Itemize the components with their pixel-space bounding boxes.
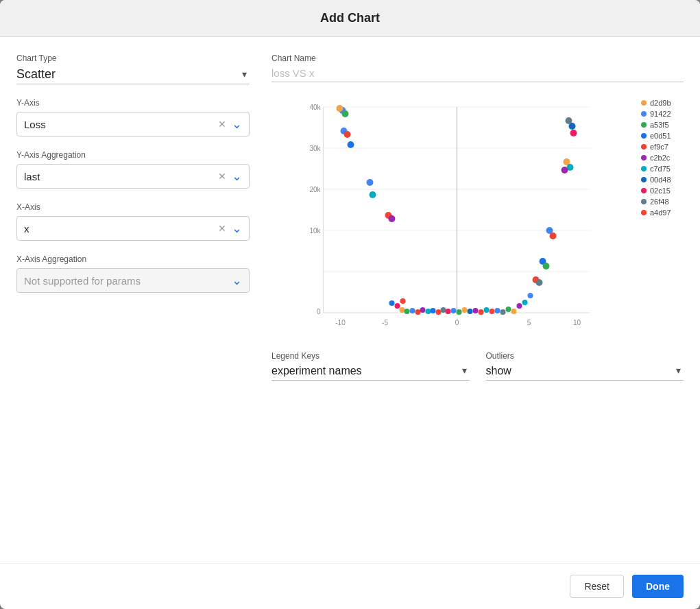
svg-point-19 [342, 110, 349, 117]
add-chart-dialog: Add Chart Chart Type Scatter Line Bar ▾ [0, 0, 700, 609]
svg-point-61 [511, 309, 517, 314]
y-axis-agg-clear-icon[interactable]: ✕ [218, 171, 226, 182]
chart-plot: 40k 30k 20k 10k 0 -10 -5 0 5 10 [271, 93, 636, 340]
svg-text:5: 5 [527, 319, 531, 326]
svg-point-20 [337, 105, 343, 112]
svg-point-47 [436, 309, 442, 315]
done-button[interactable]: Done [632, 575, 684, 598]
svg-point-35 [550, 232, 557, 239]
legend-dot [641, 188, 647, 193]
svg-point-43 [415, 309, 421, 315]
legend-dot [641, 166, 647, 171]
legend-label: d2d9b [650, 99, 671, 107]
svg-point-59 [500, 309, 506, 315]
chart-type-label: Chart Type [16, 53, 250, 63]
legend-item: c7d75 [641, 165, 684, 173]
svg-text:-5: -5 [382, 319, 388, 326]
legend-item: 91422 [641, 110, 684, 118]
svg-point-40 [400, 307, 405, 313]
reset-button[interactable]: Reset [570, 575, 624, 598]
svg-point-66 [522, 300, 528, 305]
legend-keys-select[interactable]: experiment names run names [271, 365, 470, 377]
svg-point-29 [569, 123, 576, 130]
dialog-title: Add Chart [320, 11, 380, 25]
legend-dot [641, 210, 647, 215]
legend-keys-group: Legend Keys experiment names run names ▾ [271, 351, 470, 381]
chart-name-input[interactable] [271, 67, 684, 82]
x-axis-chevron-icon[interactable]: ⌄ [232, 221, 242, 236]
svg-point-53 [468, 309, 473, 314]
x-axis-agg-chevron-icon[interactable]: ⌄ [232, 273, 242, 288]
dialog-body: Chart Type Scatter Line Bar ▾ Y-Axis Los… [0, 37, 700, 563]
legend-item: 00d48 [641, 176, 684, 184]
outliers-label: Outliers [486, 351, 684, 361]
svg-point-49 [446, 309, 451, 314]
legend-label: 91422 [650, 110, 671, 118]
x-axis-clear-icon[interactable]: ✕ [218, 223, 226, 234]
svg-text:10k: 10k [309, 227, 321, 235]
y-axis-clear-icon[interactable]: ✕ [218, 119, 226, 130]
svg-text:40k: 40k [309, 104, 321, 111]
svg-point-25 [370, 191, 376, 198]
svg-point-65 [517, 303, 522, 309]
x-axis-group: X-Axis x ✕ ⌄ [16, 202, 250, 241]
y-axis-agg-field: last ✕ ⌄ [16, 164, 250, 189]
outliers-select-wrapper: show hide ▾ [486, 365, 684, 381]
svg-point-23 [348, 141, 354, 148]
svg-text:0: 0 [455, 319, 459, 326]
svg-point-22 [344, 131, 351, 138]
chart-name-label: Chart Name [271, 53, 684, 63]
legend-dot [641, 144, 647, 150]
chart-type-group: Chart Type Scatter Line Bar ▾ [16, 53, 250, 84]
y-axis-value: Loss [24, 119, 218, 130]
svg-point-50 [451, 308, 457, 313]
svg-point-57 [490, 309, 495, 314]
y-axis-chevron-icon[interactable]: ⌄ [232, 117, 242, 132]
svg-point-41 [405, 309, 410, 314]
bottom-controls: Legend Keys experiment names run names ▾… [271, 351, 684, 381]
x-axis-label: X-Axis [16, 202, 250, 212]
svg-point-51 [457, 309, 462, 315]
y-axis-agg-label: Y-Axis Aggregation [16, 150, 250, 160]
legend-label: 00d48 [650, 176, 671, 184]
legend-item: 02c15 [641, 187, 684, 195]
y-axis-agg-group: Y-Axis Aggregation last ✕ ⌄ [16, 150, 250, 189]
y-axis-group: Y-Axis Loss ✕ ⌄ [16, 98, 250, 136]
legend-item: e0d51 [641, 132, 684, 140]
svg-point-45 [426, 309, 431, 314]
outliers-group: Outliers show hide ▾ [486, 351, 684, 381]
svg-point-58 [495, 308, 500, 313]
scatter-chart: 40k 30k 20k 10k 0 -10 -5 0 5 10 [271, 93, 636, 340]
legend-item: d2d9b [641, 99, 684, 107]
chart-legend: d2d9b 91422 a53f5 e0d51 ef9c7 c2b2c c7d7… [636, 93, 684, 340]
outliers-select[interactable]: show hide [486, 365, 684, 377]
chart-name-group: Chart Name [271, 53, 684, 82]
legend-dot [641, 133, 647, 139]
svg-point-39 [536, 279, 543, 286]
legend-label: ef9c7 [650, 143, 668, 151]
y-axis-agg-chevron-icon[interactable]: ⌄ [232, 169, 242, 184]
x-axis-agg-field: Not supported for params ⌄ [16, 268, 250, 293]
x-axis-field: x ✕ ⌄ [16, 216, 250, 241]
chart-area: 40k 30k 20k 10k 0 -10 -5 0 5 10 [271, 93, 684, 340]
legend-dot [641, 100, 647, 106]
legend-label: c2b2c [650, 154, 670, 162]
svg-point-55 [479, 309, 484, 315]
svg-point-24 [367, 179, 374, 186]
legend-dot [641, 122, 647, 128]
svg-point-64 [400, 298, 406, 304]
legend-item: a4d97 [641, 208, 684, 217]
svg-point-33 [562, 167, 568, 174]
chart-type-select[interactable]: Scatter Line Bar [16, 67, 250, 81]
legend-dot [641, 111, 647, 117]
svg-text:10: 10 [573, 319, 581, 326]
legend-label: e0d51 [650, 132, 671, 140]
svg-text:30k: 30k [309, 145, 321, 152]
svg-point-63 [389, 300, 395, 306]
svg-point-52 [462, 307, 468, 313]
legend-keys-label: Legend Keys [271, 351, 470, 361]
legend-dot [641, 177, 647, 182]
svg-point-67 [528, 293, 533, 298]
svg-point-62 [395, 303, 400, 309]
y-axis-field: Loss ✕ ⌄ [16, 112, 250, 136]
